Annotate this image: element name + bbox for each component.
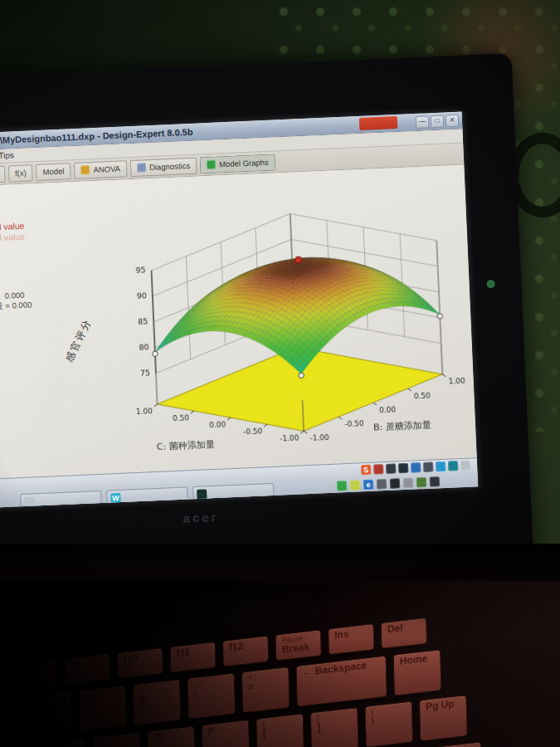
tray-icon[interactable]	[373, 464, 384, 475]
surface-plot[interactable]	[128, 193, 478, 457]
keyboard: f7f8f9f10f11f12PauseBreakInsDel&7*8(9)0_…	[0, 588, 560, 747]
z-axis-label: 感官评分	[62, 316, 95, 364]
keyboard-key-f9: f9	[64, 653, 110, 685]
keyboard-key-i: I	[92, 732, 141, 747]
keyboard-key-o: O	[147, 725, 196, 747]
tray-icon[interactable]	[416, 477, 427, 488]
close-button[interactable]: ✕	[446, 115, 460, 128]
taskbar-app-icon: W	[110, 492, 121, 503]
tray-icon[interactable]	[460, 461, 471, 471]
keyboard-key-ins: Ins	[328, 623, 374, 655]
factor-value-line2: 量 = 0.000	[0, 300, 32, 312]
photo-scene: acer b ( 原版 ) \MyDesignbao111.dxp - Desi…	[0, 0, 560, 747]
tray-icon[interactable]: S	[361, 465, 372, 476]
tray-icon[interactable]	[430, 476, 441, 487]
keyboard-key-f12: f12	[222, 635, 269, 666]
keyboard-key-del: Del	[381, 618, 427, 649]
bezel-sticker	[486, 280, 494, 288]
keyboard-key-: {[	[256, 713, 304, 747]
system-tray-row1: S	[361, 461, 470, 476]
keyboard-key-0: )0	[133, 679, 182, 726]
keyboard-key-pgup: Pg Up	[419, 695, 468, 742]
keyboard-key-7: &7	[0, 697, 18, 745]
keyboard-key-: |\	[364, 701, 413, 747]
tray-icon[interactable]	[403, 478, 414, 489]
toolbar-button-model[interactable]: Model	[36, 163, 71, 181]
maximize-button[interactable]: □	[431, 115, 445, 129]
tray-icon[interactable]	[436, 461, 446, 472]
tray-icon[interactable]	[448, 461, 459, 471]
model-graphs-icon	[207, 160, 216, 169]
laptop-brand-logo: acer	[183, 510, 219, 525]
window-controls: — □ ✕	[416, 115, 460, 129]
tray-icon[interactable]	[398, 463, 409, 474]
system-tray-row2: e	[337, 476, 440, 491]
toolbar-button-f-x-[interactable]: f(x)	[8, 164, 34, 182]
highlighted-close-button[interactable]	[359, 116, 398, 130]
taskbar-app-icon	[197, 489, 207, 500]
keyboard-key-: }]	[310, 707, 359, 747]
toolbar-button-label: f(x)	[15, 168, 27, 178]
tray-icon[interactable]	[386, 463, 397, 474]
tray-icon[interactable]: e	[363, 480, 374, 491]
tray-icon[interactable]	[337, 481, 348, 491]
keyboard-key-f11: f11	[169, 642, 216, 673]
keyboard-key-f7: f7	[0, 666, 5, 697]
screen: b ( 原版 ) \MyDesignbao111.dxp - Design-Ex…	[0, 112, 478, 509]
keyboard-key-f8: f8	[11, 659, 57, 691]
keyboard-area: f7f8f9f10f11f12PauseBreakInsDel&7*8(9)0_…	[0, 581, 560, 747]
keyboard-key-: +=	[241, 666, 290, 714]
keyboard-key-f10: f10	[117, 647, 163, 679]
keyboard-key-y: Y	[0, 745, 32, 747]
keyboard-key-break: PauseBreak	[275, 629, 321, 661]
keyboard-key-home: Home	[393, 649, 442, 696]
tray-icon[interactable]	[350, 480, 361, 491]
toolbar-button-model-graphs[interactable]: Model Graphs	[200, 154, 275, 173]
tray-icon[interactable]	[390, 478, 401, 489]
toolbar-button-y[interactable]: y	[0, 165, 5, 183]
keyboard-key-pgdn: Pg Dn	[433, 741, 482, 747]
anova-icon	[80, 165, 90, 174]
diagnostics-icon	[137, 163, 146, 172]
toolbar-button-anova[interactable]: ANOVA	[74, 160, 127, 179]
graph-client-area: redicted value redicted value 0.000 量 = …	[0, 165, 477, 480]
keyboard-key-9: (9	[78, 685, 127, 732]
keyboard-key-backspace: ← Backspace	[295, 656, 387, 708]
toolbar-button-label: Diagnostics	[149, 161, 191, 172]
keyboard-key-: _-	[187, 672, 236, 720]
legend-predicted-value-2: redicted value	[0, 232, 25, 244]
menu-item-tips[interactable]: Tips	[0, 150, 14, 160]
keyboard-key-8: *8	[23, 691, 72, 739]
tray-icon[interactable]	[411, 462, 421, 473]
tray-icon[interactable]	[377, 479, 387, 490]
keyboard-key-p: P	[202, 720, 251, 747]
toolbar-button-diagnostics[interactable]: Diagnostics	[130, 157, 197, 176]
toolbar-button-label: Model Graphs	[219, 158, 269, 169]
tray-icon[interactable]	[423, 461, 434, 472]
toolbar-button-label: ANOVA	[93, 164, 120, 174]
taskbar-app-icon	[24, 496, 35, 507]
keyboard-key-u: U	[38, 738, 87, 747]
toolbar-button-label: Model	[42, 167, 64, 177]
minimize-button[interactable]: —	[416, 115, 430, 129]
factor-value-line1: 0.000	[4, 290, 24, 300]
